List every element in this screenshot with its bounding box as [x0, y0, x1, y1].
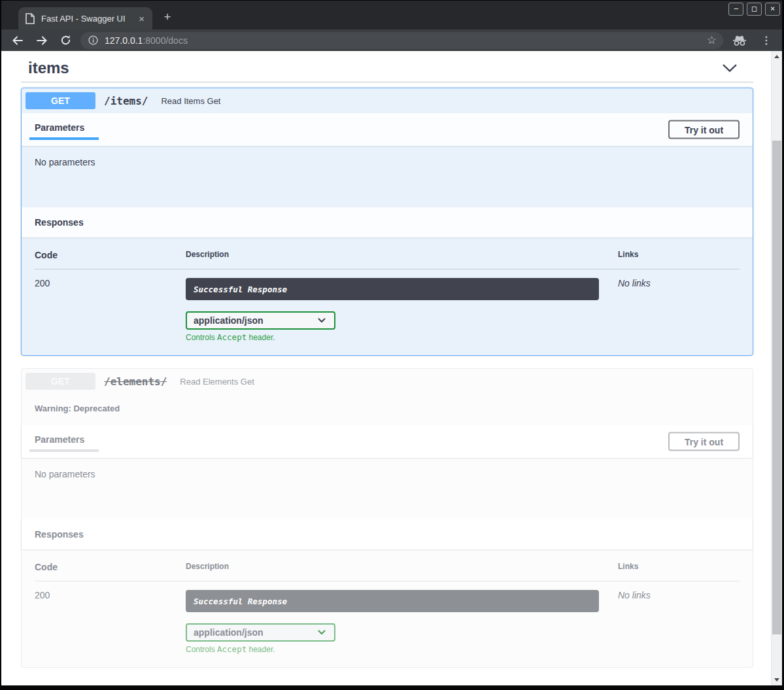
opblock-summary[interactable]: GET /items/ Read Items Get — [22, 88, 753, 113]
responses-table: Code Description Links 200 Successful Re… — [35, 250, 740, 342]
tag-section-header[interactable]: items — [21, 51, 753, 77]
close-window-button[interactable]: × — [765, 3, 780, 16]
tab-close-icon[interactable]: × — [137, 13, 146, 24]
menu-kebab-icon[interactable]: ⋮ — [761, 34, 772, 46]
responses-table: Code Description Links 200 Successful Re… — [35, 562, 740, 654]
hint-pre: Controls — [186, 645, 217, 654]
hint-post: header. — [247, 645, 275, 654]
media-type-select[interactable]: application/json — [186, 311, 335, 330]
address-bar[interactable]: 127.0.0.1:8000/docs ☆ — [80, 32, 723, 49]
no-parameters-text: No parameters — [22, 458, 753, 519]
try-it-out-button[interactable]: Try it out — [668, 432, 740, 451]
vertical-scrollbar[interactable] — [771, 51, 782, 685]
method-badge: GET — [26, 373, 95, 390]
chevron-down-icon[interactable] — [722, 63, 738, 73]
page-content: items GET /items/ Read Items Get Paramet… — [1, 51, 782, 685]
nav-icons — [1, 35, 80, 46]
tab-parameters[interactable]: Parameters — [29, 434, 99, 452]
endpoint-summary: Read Items Get — [161, 96, 220, 106]
hint-code: Accept — [217, 332, 247, 342]
scroll-down-arrow-icon[interactable] — [774, 678, 779, 681]
media-type-select[interactable]: application/json — [186, 623, 335, 642]
hint-pre: Controls — [186, 333, 217, 342]
scrollbar-thumb[interactable] — [772, 141, 781, 634]
accept-header-hint: Controls Accept header. — [186, 644, 618, 654]
opblock-get-items: GET /items/ Read Items Get Parameters Tr… — [21, 88, 753, 356]
media-type-value: application/json — [194, 627, 264, 638]
column-header-description: Description — [186, 562, 618, 581]
endpoint-path: /elements/ — [104, 375, 167, 388]
select-chevron-icon — [318, 630, 326, 635]
column-header-code: Code — [35, 250, 186, 269]
try-it-out-button[interactable]: Try it out — [668, 120, 740, 139]
endpoint-path: /items/ — [104, 95, 148, 107]
response-links: No links — [618, 581, 740, 654]
response-code: 200 — [35, 269, 186, 342]
tab-parameters[interactable]: Parameters — [29, 122, 99, 140]
info-icon[interactable] — [88, 35, 98, 45]
swagger-ui: items GET /items/ Read Items Get Paramet… — [21, 51, 753, 668]
responses-table-wrapper: Code Description Links 200 Successful Re… — [22, 237, 753, 355]
maximize-button[interactable]: □ — [747, 3, 762, 16]
response-description-cell: Successful Response application/json Con… — [186, 581, 618, 654]
bookmark-star-icon[interactable]: ☆ — [707, 35, 717, 46]
toolbar-right: ⋮ — [732, 34, 782, 46]
tag-divider — [21, 82, 753, 82]
browser-tab[interactable]: Fast API - Swagger UI × — [18, 7, 152, 29]
window-controls: − □ × — [728, 3, 780, 16]
reload-icon[interactable] — [60, 35, 71, 46]
method-badge: GET — [26, 92, 95, 109]
responses-header: Responses — [22, 519, 753, 549]
response-links: No links — [618, 269, 740, 342]
response-description-cell: Successful Response application/json Con… — [186, 269, 618, 342]
incognito-icon — [732, 35, 747, 46]
back-icon[interactable] — [12, 35, 24, 46]
column-header-code: Code — [35, 562, 186, 581]
new-tab-button[interactable]: + — [160, 10, 175, 26]
column-header-links: Links — [618, 562, 740, 581]
scroll-up-arrow-icon[interactable] — [774, 55, 779, 58]
response-code: 200 — [35, 581, 186, 654]
media-type-value: application/json — [194, 315, 264, 326]
column-header-description: Description — [186, 250, 618, 269]
hint-code: Accept — [217, 644, 247, 654]
parameters-header: Parameters Try it out — [22, 113, 753, 146]
accept-header-hint: Controls Accept header. — [186, 332, 618, 342]
hint-post: header. — [247, 333, 275, 342]
document-icon — [26, 13, 35, 24]
response-description: Successful Response — [186, 590, 599, 612]
parameters-header: Parameters Try it out — [22, 425, 753, 458]
tag-title: items — [28, 59, 69, 77]
url-host: 127.0.0.1 — [105, 35, 143, 46]
browser-window: Fast API - Swagger UI × + − □ × — [0, 0, 784, 690]
endpoint-summary: Read Elements Get — [180, 377, 254, 387]
no-parameters-text: No parameters — [22, 146, 753, 207]
opblock-get-elements-deprecated: GET /elements/ Read Elements Get Warning… — [21, 368, 753, 668]
response-description: Successful Response — [186, 278, 599, 300]
url-path: :8000/docs — [143, 35, 188, 46]
forward-icon[interactable] — [36, 35, 48, 46]
browser-toolbar: 127.0.0.1:8000/docs ☆ ⋮ — [1, 29, 782, 51]
minimize-button[interactable]: − — [728, 3, 743, 16]
responses-table-wrapper: Code Description Links 200 Successful Re… — [22, 549, 753, 667]
responses-title: Responses — [35, 217, 84, 228]
select-chevron-icon — [318, 318, 326, 323]
responses-title: Responses — [35, 529, 84, 540]
responses-header: Responses — [22, 207, 753, 237]
tab-title: Fast API - Swagger UI — [41, 14, 137, 24]
column-header-links: Links — [618, 250, 740, 269]
tab-strip: Fast API - Swagger UI × + − □ × — [1, 1, 782, 29]
opblock-summary[interactable]: GET /elements/ Read Elements Get — [22, 369, 753, 394]
deprecated-warning: Warning: Deprecated — [22, 394, 753, 425]
